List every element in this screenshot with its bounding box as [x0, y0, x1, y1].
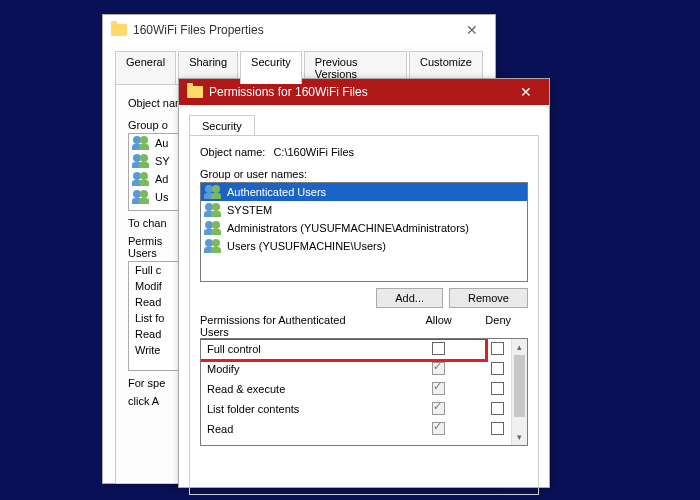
tab-security[interactable]: Security — [189, 115, 255, 136]
permission-name: Full control — [207, 343, 408, 355]
close-icon[interactable]: ✕ — [511, 84, 541, 100]
object-name-label: Object name: — [200, 146, 265, 158]
permissions-grid: Full control Modify Read & execute List … — [200, 338, 528, 446]
user-name: Authenticated Users — [227, 186, 326, 198]
deny-checkbox[interactable] — [491, 402, 504, 415]
user-name: SYSTEM — [227, 204, 272, 216]
folder-icon — [111, 24, 127, 36]
deny-checkbox[interactable] — [491, 342, 504, 355]
users-icon — [133, 190, 151, 204]
permission-row: Modify — [201, 359, 527, 379]
list-item[interactable]: Administrators (YUSUFMACHINE\Administrat… — [201, 219, 527, 237]
scroll-up-icon[interactable]: ▴ — [512, 339, 527, 355]
users-icon — [205, 185, 223, 199]
permission-name: Read & execute — [207, 383, 408, 395]
deny-checkbox[interactable] — [491, 422, 504, 435]
close-icon[interactable]: ✕ — [457, 22, 487, 38]
user-name: Users (YUSUFMACHINE\Users) — [227, 240, 386, 252]
permission-row: Read — [201, 419, 527, 439]
add-button[interactable]: Add... — [376, 288, 443, 308]
deny-header: Deny — [468, 314, 528, 338]
scrollbar[interactable]: ▴ ▾ — [511, 339, 527, 445]
remove-button[interactable]: Remove — [449, 288, 528, 308]
tab-general[interactable]: General — [115, 51, 176, 84]
list-item[interactable]: Users (YUSUFMACHINE\Users) — [201, 237, 527, 255]
permissions-body: Object name: C:\160WiFi Files Group or u… — [189, 135, 539, 495]
list-item[interactable]: Authenticated Users — [201, 183, 527, 201]
permission-name: Modify — [207, 363, 408, 375]
allow-checkbox[interactable] — [432, 362, 445, 375]
permissions-window: Permissions for 160WiFi Files ✕ Security… — [178, 78, 550, 488]
allow-checkbox[interactable] — [432, 342, 445, 355]
users-icon — [205, 221, 223, 235]
properties-title: 160WiFi Files Properties — [133, 23, 457, 37]
allow-checkbox[interactable] — [432, 382, 445, 395]
permissions-for-label-2: Users — [200, 326, 409, 338]
users-icon — [205, 239, 223, 253]
permissions-titlebar: Permissions for 160WiFi Files ✕ — [179, 79, 549, 105]
users-icon — [133, 172, 151, 186]
permissions-title: Permissions for 160WiFi Files — [209, 85, 511, 99]
permission-name: Read — [207, 423, 408, 435]
deny-checkbox[interactable] — [491, 362, 504, 375]
permission-row: List folder contents — [201, 399, 527, 419]
allow-checkbox[interactable] — [432, 422, 445, 435]
allow-checkbox[interactable] — [432, 402, 445, 415]
properties-titlebar: 160WiFi Files Properties ✕ — [103, 15, 495, 45]
tab-security[interactable]: Security — [240, 51, 302, 84]
object-name-value: C:\160WiFi Files — [273, 146, 354, 158]
group-users-label: Group or user names: — [200, 168, 528, 180]
permission-row: Read & execute — [201, 379, 527, 399]
permissions-for-label: Permissions for Authenticated — [200, 314, 409, 326]
deny-checkbox[interactable] — [491, 382, 504, 395]
scroll-down-icon[interactable]: ▾ — [512, 429, 527, 445]
permission-row: Full control — [201, 339, 527, 359]
users-icon — [133, 154, 151, 168]
list-item[interactable]: SYSTEM — [201, 201, 527, 219]
allow-header: Allow — [409, 314, 469, 338]
users-listbox[interactable]: Authenticated Users SYSTEM Administrator… — [200, 182, 528, 282]
scroll-thumb[interactable] — [514, 355, 525, 417]
permission-name: List folder contents — [207, 403, 408, 415]
users-icon — [133, 136, 151, 150]
permissions-tabs: Security — [189, 115, 539, 136]
user-name: Administrators (YUSUFMACHINE\Administrat… — [227, 222, 469, 234]
folder-icon — [187, 86, 203, 98]
users-icon — [205, 203, 223, 217]
